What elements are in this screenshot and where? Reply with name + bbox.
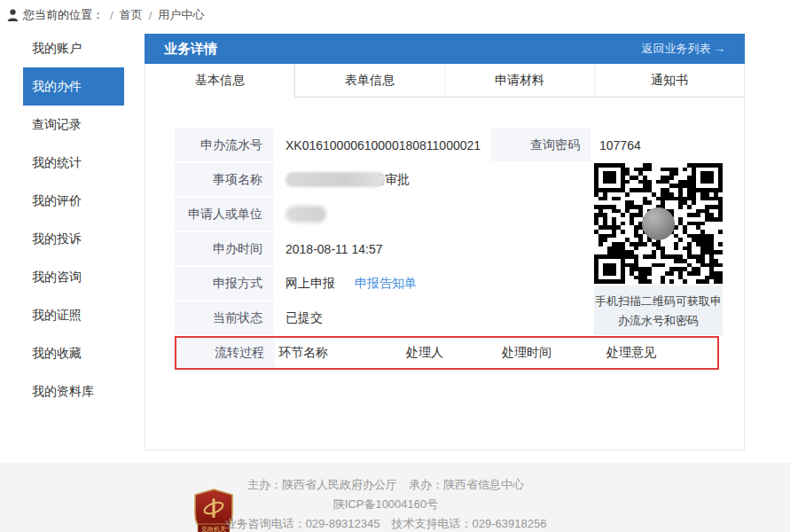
item-name-label: 事项名称 [175,163,273,196]
footer: 党政机关 主办：陕西省人民政府办公厅 承办：陕西省信息中心 陕ICP备10004… [0,463,790,532]
item-name-value: 格审批 [273,163,410,196]
breadcrumb-current-link[interactable]: 用户中心 [158,7,204,23]
page: 您当前的位置： / 首页 / 用户中心 我的账户 我的办件 查询记录 我的统计 … [0,0,790,532]
sidebar-item-my-favorites[interactable]: 我的收藏 [23,334,124,372]
footer-icp-line: 陕ICP备10004160号 [222,492,550,512]
serial-value: XK01610000610000180811000021 [273,129,491,161]
sidebar-item-my-account[interactable]: 我的账户 [23,29,124,67]
panel-header: 业务详情 返回业务列表 → [145,34,745,64]
qr-center-logo [642,207,675,240]
sidebar: 我的账户 我的办件 查询记录 我的统计 我的评价 我的投诉 我的咨询 我的证照 … [0,29,145,411]
password-label: 查询密码 [491,129,591,161]
applicant-value [273,198,326,231]
apply-method-label: 申报方式 [175,267,273,300]
serial-label: 申办流水号 [175,129,273,161]
qr-caption: 手机扫描二维码可获取申 办流水号和密码 [594,286,723,335]
applicant-label: 申请人或单位 [175,198,273,231]
status-value: 已提交 [273,301,323,334]
tab-bar: 基本信息 表单信息 申请材料 通知书 [145,64,744,98]
breadcrumb: 您当前的位置： / 首页 / 用户中心 [7,6,204,24]
apply-time-value: 2018-08-11 14:57 [273,232,383,265]
declaration-notice-link[interactable]: 申报告知单 [355,276,417,292]
flow-col-handler: 处理人 [406,345,502,361]
footer-organizer-line: 主办：陕西省人民政府办公厅 承办：陕西省信息中心 [222,463,550,492]
flow-col-step-name: 环节名称 [278,345,406,361]
flow-process-label: 流转过程 [176,338,275,368]
apply-method-value: 网上申报 申报告知单 [273,267,417,300]
row-flow-process-highlighted: 流转过程 环节名称 处理人 处理时间 处理意见 [175,336,719,370]
business-detail-panel: 业务详情 返回业务列表 → 基本信息 表单信息 申请材料 通知书 申办流水号 X… [145,34,745,450]
password-value: 107764 [591,129,641,161]
user-icon [7,9,19,22]
apply-time-label: 申办时间 [175,232,273,265]
panel-title: 业务详情 [164,41,217,58]
flow-col-handle-opinion: 处理意见 [606,345,717,361]
footer-text: 主办：陕西省人民政府办公厅 承办：陕西省信息中心 陕ICP备10004160号 … [222,463,550,531]
footer-phone-line: 业务咨询电话：029-89312345 技术支持电话：029-63918256 [222,512,550,531]
sidebar-item-my-cases[interactable]: 我的办件 [23,67,124,106]
flow-col-handle-time: 处理时间 [502,345,606,361]
sidebar-item-my-ratings[interactable]: 我的评价 [23,182,124,220]
qr-caption-line1: 手机扫描二维码可获取申 [594,292,723,311]
sidebar-item-my-complaints[interactable]: 我的投诉 [23,220,124,258]
apply-method-text: 网上申报 [285,276,335,292]
tab-notice[interactable]: 通知书 [595,64,744,98]
breadcrumb-prefix: 您当前的位置： [23,7,104,23]
back-to-list-link[interactable]: 返回业务列表 → [641,41,725,57]
redacted-text-blur [285,172,385,187]
sidebar-item-my-consultations[interactable]: 我的咨询 [23,258,124,296]
sidebar-item-my-library[interactable]: 我的资料库 [23,372,124,411]
tab-basic-info[interactable]: 基本信息 [145,64,295,98]
status-label: 当前状态 [175,301,273,334]
breadcrumb-separator: / [149,9,153,22]
breadcrumb-home-link[interactable]: 首页 [120,7,143,23]
tab-application-materials[interactable]: 申请材料 [445,64,595,98]
sidebar-item-my-statistics[interactable]: 我的统计 [23,144,124,182]
sidebar-item-query-records[interactable]: 查询记录 [23,106,124,144]
tab-form-info[interactable]: 表单信息 [295,64,445,98]
qr-code [594,163,723,284]
redacted-text-blur [285,206,326,223]
qr-caption-line2: 办流水号和密码 [594,311,723,331]
sidebar-item-my-certificates[interactable]: 我的证照 [23,296,124,334]
breadcrumb-separator: / [110,9,113,22]
row-serial-number: 申办流水号 XK01610000610000180811000021 查询密码 … [175,129,719,161]
flow-process-columns: 环节名称 处理人 处理时间 处理意见 [275,338,717,368]
